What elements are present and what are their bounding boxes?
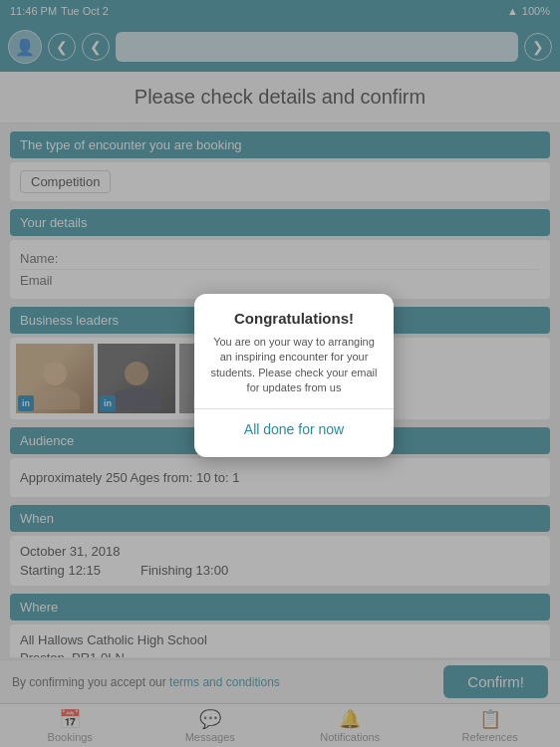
modal-overlay: Congratulations! You are on your way to … bbox=[0, 0, 560, 747]
modal-body: You are on your way to arranging an insp… bbox=[210, 335, 378, 396]
all-done-button[interactable]: All done for now bbox=[210, 417, 378, 441]
modal-title: Congratulations! bbox=[210, 310, 378, 327]
congratulations-modal: Congratulations! You are on your way to … bbox=[194, 294, 394, 457]
modal-divider bbox=[194, 408, 394, 409]
